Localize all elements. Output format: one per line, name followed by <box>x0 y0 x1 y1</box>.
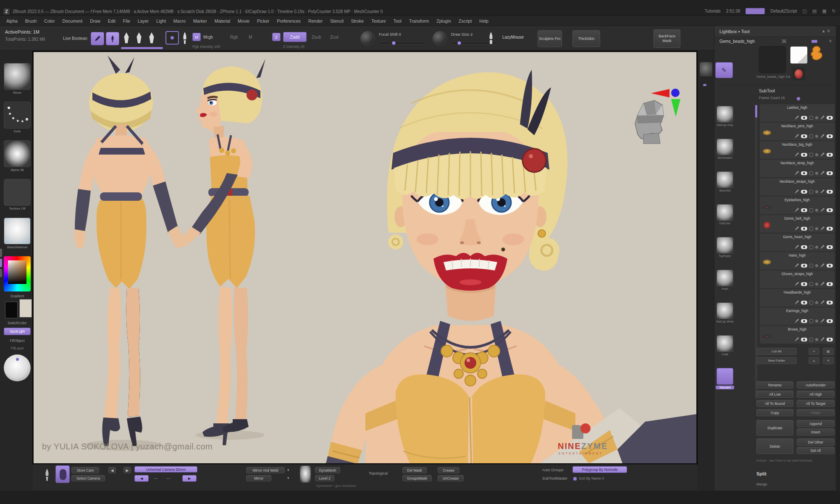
draw-mode-button[interactable] <box>106 32 119 45</box>
subtool-section-header[interactable]: SubTool <box>759 88 775 93</box>
menu-item[interactable]: Document <box>58 16 86 26</box>
visibility-eye-icon[interactable] <box>801 153 807 157</box>
edit-icon[interactable] <box>820 152 824 157</box>
texture-tile[interactable] <box>4 179 31 206</box>
subtool-row[interactable]: Necklace_pins_high <box>760 123 835 140</box>
visibility-eye-icon[interactable] <box>801 190 807 194</box>
cam-chip-left[interactable]: ◀ <box>134 475 149 482</box>
polypaint-icon[interactable] <box>795 263 799 268</box>
visibility-eye-icon[interactable] <box>801 319 807 323</box>
solo-eye-icon[interactable] <box>827 134 833 138</box>
rgb-intensity-slider[interactable]: Rgb Intensity 100 <box>192 45 220 49</box>
groups-mask-button[interactable]: GroupsMask <box>402 475 432 481</box>
m-toggle[interactable]: M <box>249 35 252 39</box>
polypaint-icon[interactable] <box>795 208 799 212</box>
del-all-button[interactable]: Del All <box>797 447 835 454</box>
folder-up-button[interactable]: ▴ <box>808 357 819 364</box>
material-thumb-item[interactable]: Pearl <box>716 270 734 290</box>
tool-options-icon[interactable]: ≡ <box>829 39 832 43</box>
draw-size-knob[interactable] <box>433 31 447 45</box>
layer-icon[interactable] <box>809 282 813 286</box>
menu-item[interactable]: Light <box>152 16 170 26</box>
focal-shift-track[interactable] <box>379 42 425 44</box>
subtool-row[interactable]: Hairs_high <box>760 252 835 270</box>
material-thumb-item[interactable]: Standard <box>716 368 734 389</box>
topological-toggle[interactable]: Topological <box>369 471 388 475</box>
subtool-row[interactable]: Necklace_big_high <box>760 141 835 159</box>
document-thumb[interactable] <box>790 46 808 64</box>
subtool-row[interactable]: Eyelashes_high <box>760 197 835 214</box>
sculptris-pro-button[interactable]: Sculptris Pro <box>538 30 562 47</box>
visibility-eye-icon[interactable] <box>801 208 807 212</box>
layer-icon[interactable] <box>809 134 813 138</box>
material-thumb-item[interactable]: Chalk <box>716 335 734 356</box>
pen-tool-icon[interactable] <box>44 469 50 483</box>
material-thumb-item[interactable]: ToyPlastic <box>716 237 734 257</box>
visibility-eye-icon[interactable] <box>801 264 807 268</box>
material-thumb-item[interactable]: BasicMat <box>716 171 734 192</box>
visibility-eye-icon[interactable] <box>801 338 807 341</box>
material-thumb-item[interactable]: FlatColor <box>716 204 734 225</box>
menu-item[interactable]: Edit <box>104 16 119 26</box>
menu-item[interactable]: Stencil <box>326 16 347 26</box>
layer-icon[interactable] <box>809 171 813 175</box>
subtool-row[interactable]: Gems_belt_high <box>760 215 835 233</box>
mask-icon[interactable] <box>815 135 818 138</box>
solo-eye-icon[interactable] <box>827 338 833 341</box>
all-to-bound-button[interactable]: All To Bound <box>756 400 793 407</box>
camera-slider-bar[interactable]: Universal Camera 50mm <box>134 466 197 472</box>
menu-item[interactable]: Stroke <box>347 16 368 26</box>
store-cam-button[interactable]: Store Cam <box>71 467 99 473</box>
menu-item[interactable]: Layer <box>134 16 152 26</box>
subtool-master-label[interactable]: SubToolMaster <box>542 476 567 480</box>
subtool-row[interactable]: Necklace_straps_high <box>760 178 835 196</box>
merge-section-label[interactable]: Merge <box>756 482 767 486</box>
all-low-button[interactable]: All Low <box>756 391 793 398</box>
mask-icon[interactable] <box>815 246 818 249</box>
layer-icon[interactable] <box>809 116 813 120</box>
edit-icon[interactable] <box>820 319 824 323</box>
polypaint-icon[interactable] <box>795 189 799 194</box>
zscript-label[interactable]: DefaultZScript <box>770 9 797 13</box>
polypaint-icon[interactable] <box>795 337 799 341</box>
duplicate-button[interactable]: Duplicate <box>756 420 793 436</box>
solo-eye-icon[interactable] <box>827 171 833 175</box>
polypaint-icon[interactable] <box>795 282 799 286</box>
main-color-swatch[interactable] <box>5 302 18 318</box>
edit-icon[interactable] <box>820 300 824 304</box>
color-picker[interactable] <box>4 256 31 291</box>
edit-icon[interactable] <box>820 189 824 194</box>
mrgb-toggle[interactable]: Mrgb <box>203 35 213 39</box>
menu-item[interactable]: Render <box>304 16 326 26</box>
edit-icon[interactable] <box>820 263 824 268</box>
visibility-eye-icon[interactable] <box>801 116 807 120</box>
mask-icon[interactable] <box>815 116 818 119</box>
snapshot-thumb[interactable] <box>700 62 712 76</box>
zsub-toggle[interactable]: Zsub <box>312 35 321 39</box>
menu-item[interactable]: Material <box>211 16 234 26</box>
grid-icon[interactable]: ▦ <box>822 8 826 14</box>
uncrease-button[interactable]: UnCrease <box>438 475 464 481</box>
subtool-row[interactable]: Brows_high <box>760 326 835 344</box>
mirror-weld-caret[interactable]: ▾ <box>287 468 289 472</box>
layer-icon[interactable] <box>809 245 813 249</box>
layer-icon[interactable] <box>809 338 813 341</box>
all-to-target-button[interactable]: All To Target <box>797 400 835 407</box>
reload-icon[interactable]: ↻ <box>832 8 836 14</box>
alpha-preview-thumb[interactable] <box>300 466 311 483</box>
menu-item[interactable]: Preferences <box>273 16 304 26</box>
layer-icon[interactable] <box>809 264 813 268</box>
mirror-button[interactable]: Mirror <box>246 475 271 481</box>
polypaint-icon[interactable] <box>795 226 799 231</box>
solo-eye-icon[interactable] <box>827 301 833 304</box>
fill-layer-button[interactable]: FillLayer <box>3 346 32 350</box>
next-cam-button[interactable]: ▶ <box>123 467 131 473</box>
crease-button[interactable]: Crease <box>438 467 459 473</box>
subtool-row[interactable]: Gloves_straps_high <box>760 270 835 288</box>
paint-mode-button[interactable] <box>165 31 179 45</box>
layer-icon[interactable] <box>809 208 813 212</box>
panel-mini-slider[interactable] <box>811 40 817 43</box>
solo-eye-icon[interactable] <box>827 116 833 120</box>
palette-icon[interactable]: ▤ <box>812 8 816 14</box>
visibility-eye-icon[interactable] <box>801 134 807 138</box>
